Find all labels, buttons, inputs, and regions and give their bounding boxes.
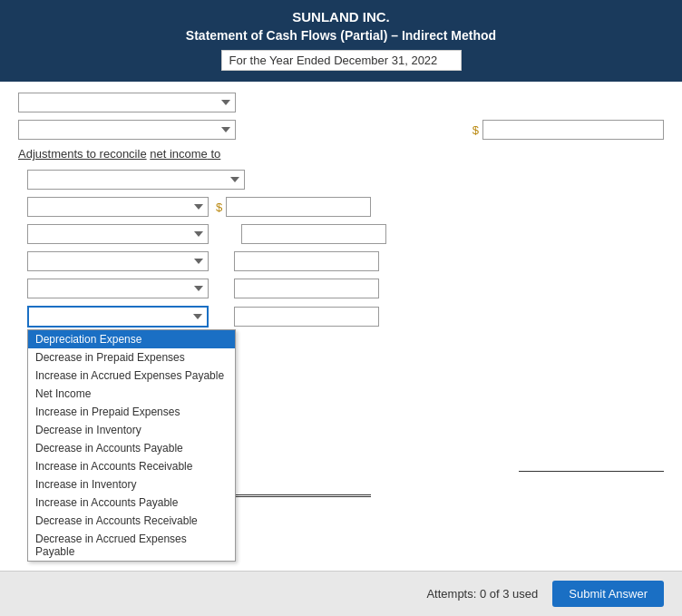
row-5 <box>27 224 664 244</box>
row-7 <box>27 279 664 298</box>
input-2[interactable] <box>226 197 371 217</box>
dollar-sign-1: $ <box>473 123 479 137</box>
main-container: SUNLAND INC. Statement of Cash Flows (Pa… <box>0 0 682 616</box>
select-7[interactable] <box>27 279 209 298</box>
dropdown-item-0[interactable]: Depreciation Expense <box>28 330 235 348</box>
input-6[interactable] <box>234 307 379 327</box>
select-4[interactable] <box>27 197 209 217</box>
statement-title: Statement of Cash Flows (Partial) – Indi… <box>18 28 664 43</box>
row-3 <box>27 170 664 190</box>
dropdown-list: Depreciation Expense Decrease in Prepaid… <box>27 329 236 562</box>
submit-button[interactable]: Submit Answer <box>552 581 664 607</box>
row-8 <box>27 306 664 328</box>
dropdown-item-2[interactable]: Increase in Accrued Expenses Payable <box>28 367 235 385</box>
dropdown-item-6[interactable]: Decrease in Accounts Payable <box>28 439 235 457</box>
dropdown-item-3[interactable]: Net Income <box>28 385 235 403</box>
dropdown-item-8[interactable]: Increase in Inventory <box>28 475 235 494</box>
attempts-text: Attempts: 0 of 3 used <box>426 587 538 601</box>
adjustments-label: Adjustments to reconcile net income to <box>18 147 664 161</box>
total-input[interactable] <box>226 478 371 497</box>
select-6[interactable] <box>27 251 209 271</box>
dropdown-item-9[interactable]: Increase in Accounts Payable <box>28 494 235 512</box>
row-2: $ <box>18 120 664 140</box>
content-area: $ Adjustments to reconcile net income to… <box>0 82 682 497</box>
dropdown-item-5[interactable]: Decrease in Inventory <box>28 421 235 439</box>
row-4: $ <box>27 197 664 217</box>
row-1 <box>18 93 664 112</box>
row-8-container: Depreciation Expense Decrease in Prepaid… <box>18 306 664 328</box>
dropdown-item-1[interactable]: Decrease in Prepaid Expenses <box>28 348 235 367</box>
select-8-open[interactable] <box>27 306 209 328</box>
input-4[interactable] <box>234 251 379 271</box>
select-1[interactable] <box>18 93 236 112</box>
subtotal-input-1[interactable] <box>519 455 664 472</box>
dollar-sign-2: $ <box>216 200 222 214</box>
dropdown-item-4[interactable]: Increase in Prepaid Expenses <box>28 403 235 421</box>
select-3[interactable] <box>27 170 245 190</box>
input-1[interactable] <box>482 120 664 140</box>
select-2[interactable] <box>18 120 236 140</box>
period-select[interactable]: For the Year Ended December 31, 2022 <box>221 50 462 71</box>
input-3[interactable] <box>241 224 386 244</box>
dropdown-item-7[interactable]: Increase in Accounts Receivable <box>28 457 235 475</box>
select-5[interactable] <box>27 224 209 244</box>
footer-bar: Attempts: 0 of 3 used Submit Answer <box>0 571 682 616</box>
company-name: SUNLAND INC. <box>18 9 664 24</box>
dropdown-item-10[interactable]: Decrease in Accounts Receivable <box>28 512 235 530</box>
period-select-wrapper[interactable]: For the Year Ended December 31, 2022 <box>221 50 462 71</box>
input-5[interactable] <box>234 279 379 298</box>
dropdown-item-11[interactable]: Decrease in Accrued Expenses Payable <box>28 530 235 561</box>
header: SUNLAND INC. Statement of Cash Flows (Pa… <box>0 0 682 82</box>
row-6 <box>27 251 664 271</box>
